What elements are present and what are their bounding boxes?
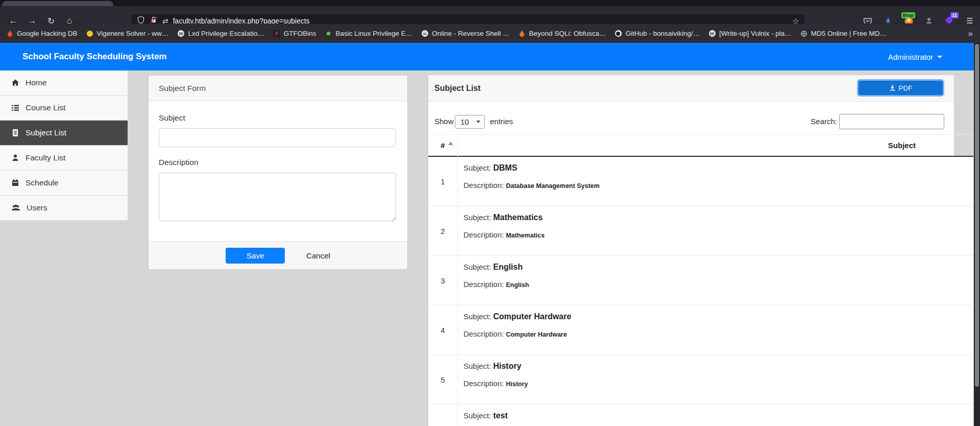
bookmark-item[interactable]: #GTFOBins [273,30,316,37]
show-label: Show [434,117,454,126]
description-textarea[interactable] [159,173,396,221]
subject-list-icon [11,129,19,137]
bookmark-item[interactable]: GitHub - bonsaiviking/… [615,30,700,37]
flame-icon [519,30,526,37]
subject-label: Subject [159,113,185,123]
save-button[interactable]: Save [226,248,285,264]
exploitdb-flame-icon [6,30,13,37]
globe-icon [800,30,807,37]
table-row: 3 Subject:English Description:English [428,256,973,305]
bookmark-item[interactable]: ☠Online - Reverse Shell … [421,30,509,37]
active-tab[interactable] [2,1,113,6]
sidebar-item-home[interactable]: Home [0,70,128,96]
table-row: 2 Subject:Mathematics Description:Mathem… [428,206,973,256]
wordpress-icon: W [708,30,716,37]
gtfobins-icon: # [273,30,280,37]
proxy-badge: Brup [901,12,915,18]
skull-icon: ☠ [421,30,428,37]
bookmark-item[interactable]: W[Write-up] Vulnix - pla… [708,30,792,37]
subject-form-footer: Save Cancel [149,241,407,269]
table-body: 1 Subject:DBMS Description:Database Mana… [428,157,973,426]
table-row: 4 Subject:Computer Hardware Description:… [428,305,973,355]
search-label: Search: [805,117,837,126]
users-icon [11,204,20,212]
subject-list-card: Subject List PDF Show 10 entries Search:… [428,75,974,426]
table-row: 1 Subject:DBMS Description:Database Mana… [428,157,973,206]
bookmarks-bar: Google Hacking DB Vigenere Solver - ww… … [0,23,980,43]
pdf-button[interactable]: PDF [857,79,944,97]
bookmark-item[interactable]: WLxd Privilege Escalatio… [177,30,264,37]
table-row: 5 Subject:History Description:History [428,355,973,405]
sidebar-item-schedule[interactable]: Schedule [0,171,128,196]
table-row: 6 Subject:test [428,405,973,426]
subject-form-card: Subject Form Subject Description Save Ca… [148,75,408,269]
bookmark-item[interactable]: MD5 Online | Free MD… [800,30,887,37]
chevron-down-icon [937,56,942,58]
home-icon [11,79,19,87]
extension-count-badge: 11 [950,12,959,18]
sidebar-item-faculty-list[interactable]: Faculty List [0,146,128,171]
github-icon [615,30,622,37]
faculty-icon [11,154,19,162]
page-scrollbar-thumb[interactable] [975,44,979,387]
bookmark-item[interactable]: Vigenere Solver - ww… [86,30,169,37]
bookmarks-overflow-icon[interactable]: » [968,29,973,39]
entries-label: entries [490,117,513,126]
cancel-button[interactable]: Cancel [306,251,330,260]
sidebar-item-users[interactable]: Users [0,196,128,221]
description-label: Description [159,158,199,167]
schedule-icon [11,179,19,187]
wordpress-icon: W [177,30,184,37]
table-header-row: # Subject [428,134,973,157]
bookmark-item[interactable]: Basic Linux Privilege E… [325,30,412,37]
yellow-dot-icon [86,30,93,37]
bookmark-item[interactable]: Google Hacking DB [6,30,78,37]
course-list-icon [11,104,19,112]
user-menu[interactable]: Administrator [888,43,942,70]
bookmark-item[interactable]: Beyond SQLi: Obfusca… [519,30,606,37]
sort-ascending-icon [448,141,453,145]
column-header-subject[interactable]: Subject [888,135,916,156]
browser-toolbar: ← → ↻ ⌂ ⇄ faculty.htb/admin/index.php?pa… [0,6,980,23]
sidebar-item-subject-list[interactable]: Subject List [0,121,128,146]
entries-select[interactable]: 10 [455,115,485,129]
list-card-title: Subject List [434,75,481,102]
app-title[interactable]: School Faculty Scheduling System [22,43,166,70]
sidebar-item-course-list[interactable]: Course List [0,96,128,121]
form-card-title: Subject Form [159,76,206,101]
browser-tab-strip [0,0,980,6]
screen: ← → ↻ ⌂ ⇄ faculty.htb/admin/index.php?pa… [0,0,980,426]
column-header-index[interactable]: # [428,135,457,156]
linux-icon [325,30,332,37]
app-header: School Faculty Scheduling System Adminis… [0,43,974,70]
subject-input[interactable] [159,128,396,147]
download-icon [889,85,896,91]
search-input[interactable] [839,114,944,129]
subject-form-header: Subject Form [149,76,407,101]
chevron-down-icon [476,121,480,123]
